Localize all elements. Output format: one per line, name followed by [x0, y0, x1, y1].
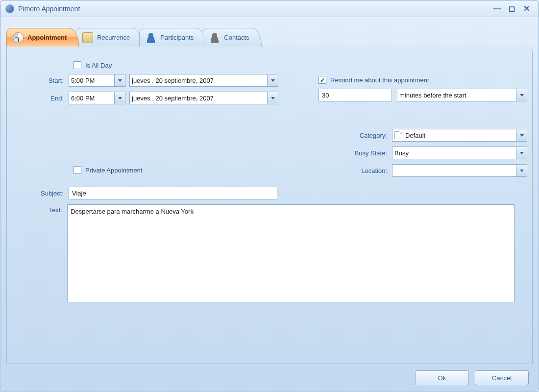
app-icon [5, 4, 14, 13]
is-all-day-label: Is All Day [85, 62, 112, 69]
start-time-value: 5:00 PM [71, 77, 95, 84]
tab-bar: Appointment Recurrence Participants Cont… [0, 17, 539, 47]
chevron-down-icon[interactable] [114, 92, 125, 104]
location-dropdown[interactable] [392, 164, 527, 177]
ok-button-label: Ok [438, 374, 446, 382]
tab-contacts[interactable]: Contacts [203, 28, 261, 47]
remind-unit-dropdown[interactable]: minutes before the start [397, 89, 527, 101]
remind-value: 30 [322, 92, 329, 99]
tab-recurrence[interactable]: Recurrence [76, 28, 142, 47]
cancel-button-label: Cancel [492, 374, 512, 382]
end-label: End: [24, 95, 69, 102]
person-icon [146, 32, 156, 43]
chevron-down-icon[interactable] [516, 89, 527, 101]
remind-value-input[interactable]: 30 [318, 89, 392, 101]
busy-state-dropdown[interactable]: Busy [392, 147, 527, 159]
tab-participants[interactable]: Participants [139, 28, 206, 47]
end-time-value: 6:00 PM [71, 95, 95, 102]
tab-appointment-label: Appointment [27, 34, 67, 41]
maximize-button[interactable]: ◻ [504, 4, 519, 13]
end-date-combo[interactable]: jueves , 20 septiembre, 2007 [129, 92, 278, 104]
start-date-value: jueves , 20 septiembre, 2007 [132, 77, 214, 84]
subject-value: Viaje [72, 190, 86, 197]
private-label: Private Appointment [85, 167, 142, 174]
chevron-down-icon[interactable] [114, 74, 125, 86]
ok-button[interactable]: Ok [415, 370, 469, 385]
minimize-button[interactable]: — [490, 4, 504, 13]
category-value: Default [405, 132, 425, 139]
appointment-dialog: Pimero Appointment — ◻ ✕ Appointment Rec… [0, 0, 539, 392]
window-title: Pimero Appointment [18, 5, 80, 13]
tab-appointment[interactable]: Appointment [6, 28, 79, 47]
category-dropdown[interactable]: Default [392, 129, 527, 142]
end-time-combo[interactable]: 6:00 PM [69, 92, 125, 104]
tab-participants-label: Participants [160, 34, 194, 41]
text-value: Despertarse para marcharme a Nueva York [71, 208, 194, 215]
person-icon [209, 32, 220, 43]
dialog-footer: Ok Cancel [0, 364, 539, 392]
folder-icon [82, 32, 93, 43]
form-panel: Is All Day Start: 5:00 PM jueves , 20 se… [6, 47, 533, 364]
remind-label: Remind me about this appointment [330, 76, 429, 84]
titlebar: Pimero Appointment — ◻ ✕ [0, 0, 539, 17]
chevron-down-icon[interactable] [516, 129, 527, 141]
chevron-down-icon[interactable] [267, 74, 278, 86]
cancel-button[interactable]: Cancel [475, 370, 529, 385]
subject-label: Subject: [24, 190, 69, 197]
category-label: Category: [318, 132, 392, 139]
start-time-combo[interactable]: 5:00 PM [69, 74, 125, 87]
start-label: Start: [24, 77, 69, 84]
close-button[interactable]: ✕ [519, 4, 534, 13]
chevron-down-icon[interactable] [267, 92, 278, 104]
busy-state-value: Busy [394, 149, 409, 157]
private-checkbox[interactable] [74, 166, 81, 174]
text-textarea[interactable]: Despertarse para marcharme a Nueva York [67, 204, 514, 302]
remind-unit-value: minutes before the start [399, 92, 466, 99]
end-date-value: jueves , 20 septiembre, 2007 [132, 95, 214, 102]
location-label: Location: [318, 167, 392, 174]
chevron-down-icon[interactable] [516, 165, 527, 176]
chevron-down-icon[interactable] [516, 147, 527, 159]
clock-icon [13, 32, 24, 43]
is-all-day-checkbox[interactable] [74, 61, 81, 69]
busy-state-label: Busy State: [318, 149, 392, 157]
document-icon [394, 131, 402, 139]
subject-input[interactable]: Viaje [69, 187, 277, 199]
tab-contacts-label: Contacts [224, 34, 249, 41]
text-label: Text: [24, 204, 67, 214]
start-date-combo[interactable]: jueves , 20 septiembre, 2007 [129, 74, 278, 87]
remind-checkbox[interactable] [318, 76, 326, 84]
tab-recurrence-label: Recurrence [97, 34, 130, 41]
